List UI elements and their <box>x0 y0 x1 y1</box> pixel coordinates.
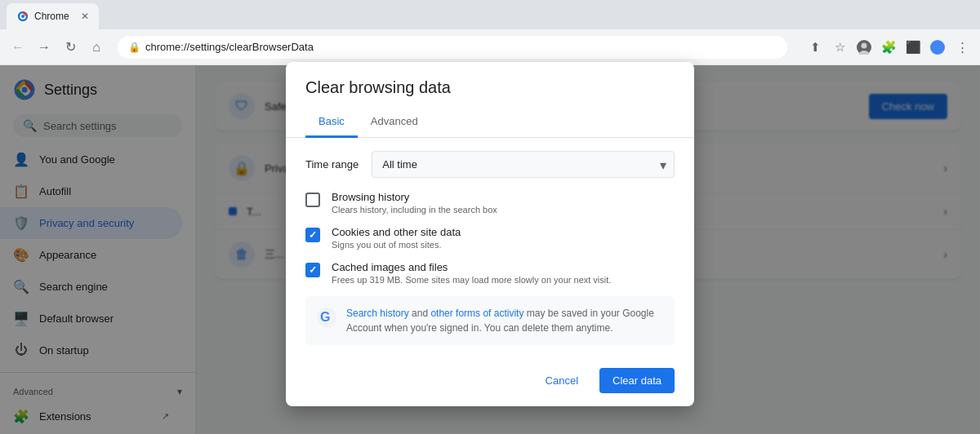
google-info-box: G Search history and other forms of acti… <box>305 296 675 345</box>
modal-tab-bar: Basic Advanced <box>286 107 694 138</box>
browsing-history-item: Browsing history Clears history, includi… <box>305 191 675 215</box>
modal-body: Time range All time Last hour Last 24 ho… <box>286 138 694 358</box>
share-button[interactable]: ⬆ <box>804 36 826 59</box>
search-history-link[interactable]: Search history <box>346 308 409 319</box>
cookies-title: Cookies and other site data <box>332 226 461 238</box>
time-range-row: Time range All time Last hour Last 24 ho… <box>305 151 675 178</box>
time-range-label: Time range <box>305 158 359 170</box>
cookies-desc: Signs you out of most sites. <box>332 240 461 250</box>
modal-footer: Cancel Clear data <box>286 358 694 393</box>
extensions-panel-button[interactable]: ⬛ <box>902 36 924 59</box>
back-button[interactable]: ← <box>7 36 29 59</box>
chrome-favicon <box>16 10 29 23</box>
tab-basic[interactable]: Basic <box>305 107 358 138</box>
cancel-button[interactable]: Cancel <box>532 368 591 393</box>
extensions-button[interactable]: 🧩 <box>877 36 900 59</box>
cached-images-title: Cached images and files <box>332 261 611 273</box>
address-bar[interactable]: 🔒 chrome://settings/clearBrowserData <box>118 36 787 59</box>
browsing-history-desc: Clears history, including in the search … <box>332 205 497 215</box>
profile-button[interactable] <box>853 36 875 59</box>
cached-images-text: Cached images and files Frees up 319 MB.… <box>332 261 611 285</box>
bookmark-button[interactable]: ☆ <box>828 36 851 59</box>
google-g-logo: G <box>317 308 336 327</box>
profile-circle-button[interactable] <box>926 36 949 59</box>
browser-tab-bar: Chrome ✕ <box>0 0 980 29</box>
secure-icon: 🔒 <box>128 42 140 53</box>
url-text: chrome://settings/clearBrowserData <box>145 41 314 53</box>
cookies-checkbox-wrapper[interactable] <box>305 228 320 242</box>
svg-point-2 <box>21 15 24 18</box>
svg-point-6 <box>930 40 945 55</box>
home-button[interactable]: ⌂ <box>85 36 108 59</box>
browsing-history-checkbox[interactable] <box>305 193 320 207</box>
tab-title: Chrome <box>34 11 69 22</box>
cached-images-item: Cached images and files Frees up 319 MB.… <box>305 261 675 285</box>
svg-point-4 <box>862 42 867 48</box>
cookies-checkbox[interactable] <box>305 228 320 242</box>
toolbar-icons: ⬆ ☆ 🧩 ⬛ ⋮ <box>804 36 973 59</box>
cached-images-checkbox-wrapper[interactable] <box>305 263 320 277</box>
clear-data-button[interactable]: Clear data <box>599 368 675 393</box>
active-tab[interactable]: Chrome ✕ <box>7 3 99 29</box>
cookies-text: Cookies and other site data Signs you ou… <box>332 226 461 250</box>
menu-button[interactable]: ⋮ <box>951 36 973 59</box>
cached-images-checkbox[interactable] <box>305 263 320 277</box>
browsing-history-checkbox-wrapper[interactable] <box>305 193 320 207</box>
svg-text:G: G <box>320 310 330 324</box>
time-range-select-wrapper[interactable]: All time Last hour Last 24 hours Last 7 … <box>372 151 675 178</box>
cookies-item: Cookies and other site data Signs you ou… <box>305 226 675 250</box>
browsing-history-text: Browsing history Clears history, includi… <box>332 191 497 215</box>
cached-images-desc: Frees up 319 MB. Some sites may load mor… <box>332 275 611 285</box>
google-info-text: Search history and other forms of activi… <box>346 306 663 335</box>
other-activity-link[interactable]: other forms of activity <box>430 308 523 319</box>
forward-button[interactable]: → <box>33 36 56 59</box>
clear-browsing-data-modal: Clear browsing data Basic Advanced Time … <box>286 62 694 406</box>
tab-advanced[interactable]: Advanced <box>358 107 431 138</box>
modal-title: Clear browsing data <box>286 62 694 107</box>
close-tab-icon[interactable]: ✕ <box>81 11 89 22</box>
browser-toolbar: ← → ↻ ⌂ 🔒 chrome://settings/clearBrowser… <box>0 29 980 65</box>
time-range-select[interactable]: All time Last hour Last 24 hours Last 7 … <box>372 151 675 178</box>
browsing-history-title: Browsing history <box>332 191 497 203</box>
reload-button[interactable]: ↻ <box>59 36 82 59</box>
